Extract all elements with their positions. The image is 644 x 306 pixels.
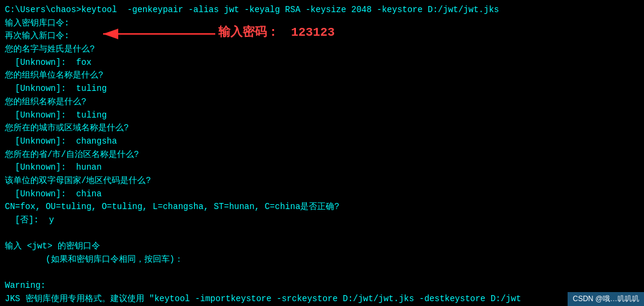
terminal-window: C:\Users\chaos>keytool -genkeypair -alia…	[0, 0, 644, 306]
terminal-line-warning-title: Warning:	[5, 279, 639, 293]
terminal-line-confirm: CN=fox, OU=tuling, O=tuling, L=changsha,…	[5, 201, 639, 214]
terminal-line-q3: 您的组织名称是什么?	[5, 96, 639, 109]
terminal-line-q5: 您所在的省/市/自治区名称是什么?	[5, 148, 639, 162]
terminal-line-a1: [Unknown]: fox	[5, 56, 639, 70]
terminal-line-q2: 您的组织单位名称是什么?	[5, 69, 639, 82]
terminal-line-yesno: [否]: y	[5, 214, 639, 227]
annotation-value: 123123	[291, 25, 335, 39]
terminal-line-jwt2: (如果和密钥库口令相同，按回车)：	[5, 253, 639, 267]
terminal-line-a5: [Unknown]: hunan	[5, 161, 639, 175]
terminal-line-blank2	[5, 267, 639, 280]
terminal-line-jwt1: 输入 <jwt> 的密钥口令	[5, 240, 639, 253]
terminal-line-q4: 您所在的城市或区域名称是什么?	[5, 122, 639, 135]
terminal-line-q1: 您的名字与姓氏是什么?	[5, 43, 639, 56]
terminal-line-a6: [Unknown]: china	[5, 188, 639, 201]
terminal-line-a4: [Unknown]: changsha	[5, 135, 639, 148]
annotation-label: 输入密码：	[218, 25, 279, 39]
watermark: CSDN @哦…叽叽叽	[568, 292, 644, 306]
terminal-line-cmd: C:\Users\chaos>keytool -genkeypair -alia…	[5, 4, 639, 17]
terminal-line-blank1	[5, 227, 639, 241]
terminal-line-a3: [Unknown]: tuling	[5, 109, 639, 122]
annotation-password-box: 输入密码： 123123	[218, 23, 335, 42]
terminal-line-q6: 该单位的双字母国家/地区代码是什么?	[5, 175, 639, 188]
terminal-line-a2: [Unknown]: tuling	[5, 82, 639, 96]
terminal-line-warning1: JKS 密钥库使用专用格式。建议使用 "keytool -importkeyst…	[5, 293, 639, 306]
